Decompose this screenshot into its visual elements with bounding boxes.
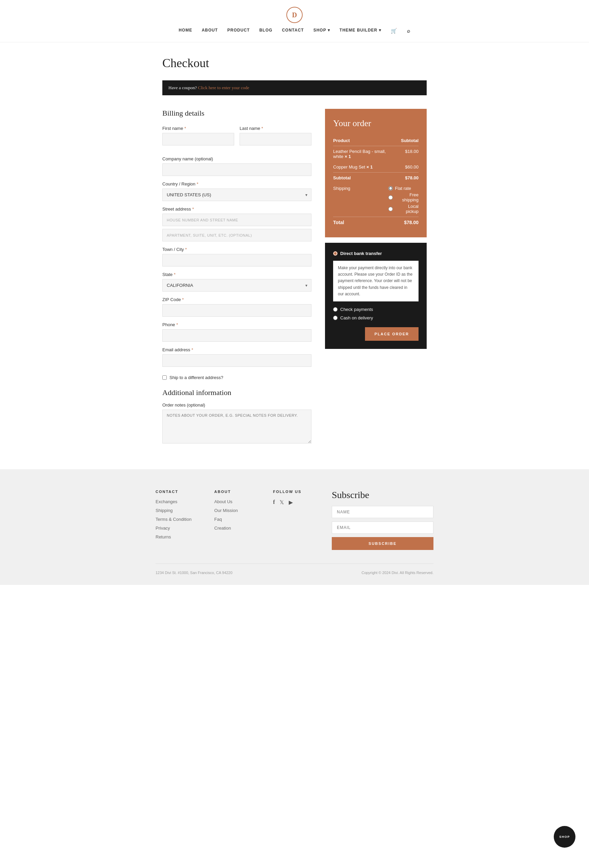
- payment-check-radio[interactable]: [333, 307, 337, 311]
- payment-bank-label: Direct bank transfer: [340, 251, 382, 256]
- social-facebook[interactable]: f: [273, 499, 275, 506]
- shipping-flat-rate-radio[interactable]: [388, 186, 393, 190]
- state-select-wrapper: CALIFORNIA: [162, 279, 311, 292]
- cart-icon[interactable]: 🛒: [391, 28, 398, 34]
- search-icon[interactable]: ⌕: [407, 28, 411, 34]
- footer-social-links: f 𝕏 ▶: [273, 499, 318, 506]
- nav-product[interactable]: PRODUCT: [227, 28, 250, 34]
- billing-column: Billing details First name * Last name *…: [162, 109, 311, 449]
- order-item-1: Leather Pencil Bag - small, white × 1 $1…: [333, 146, 418, 162]
- first-name-input[interactable]: [162, 133, 234, 145]
- ship-different-label[interactable]: Ship to a different address?: [169, 375, 223, 380]
- phone-required: *: [176, 322, 178, 327]
- subscribe-name-input[interactable]: [332, 506, 433, 518]
- country-required: *: [197, 182, 198, 186]
- payment-check-label: Check payments: [340, 307, 373, 312]
- country-select[interactable]: UNITED STATES (US): [162, 189, 311, 201]
- first-name-required: *: [184, 126, 186, 131]
- ship-different-checkbox[interactable]: [162, 375, 167, 380]
- phone-input[interactable]: [162, 329, 311, 342]
- email-group: Email address *: [162, 347, 311, 367]
- shipping-local-radio[interactable]: [388, 207, 393, 211]
- company-label: Company name (optional): [162, 156, 311, 161]
- nav-shop[interactable]: SHOP ▾: [314, 28, 330, 34]
- order-box: Your order Product Subtotal Leather Penc…: [325, 109, 427, 237]
- footer-about-list: About Us Our Mission Faq Creation: [214, 499, 259, 531]
- shipping-flat-rate[interactable]: Flat rate: [388, 186, 418, 191]
- subtotal-value: $78.00: [388, 173, 418, 183]
- order-notes-textarea[interactable]: [162, 410, 311, 443]
- nav-about[interactable]: ABOUT: [202, 28, 218, 34]
- zip-input[interactable]: [162, 304, 311, 317]
- footer-contact-item-terms: Terms & Condition: [156, 517, 201, 522]
- footer-contact-item-returns: Returns: [156, 534, 201, 540]
- coupon-text: Have a coupon?: [168, 85, 197, 90]
- nav-theme-builder[interactable]: THEME BUILDER ▾: [340, 28, 381, 34]
- clearfix: PLACE ORDER: [333, 327, 418, 341]
- footer-about-item-faq: Faq: [214, 517, 259, 522]
- street-required: *: [192, 207, 194, 211]
- city-required: *: [185, 247, 187, 252]
- country-select-wrapper: UNITED STATES (US): [162, 189, 311, 201]
- total-value: $78.00: [388, 217, 418, 228]
- street-input-1[interactable]: [162, 214, 311, 226]
- subtotal-label: Subtotal: [333, 173, 388, 183]
- footer-subscribe-col: Subscribe SUBSCRIBE: [332, 490, 433, 550]
- city-input[interactable]: [162, 254, 311, 267]
- footer-contact-col: CONTACT Exchanges Shipping Terms & Condi…: [156, 490, 201, 550]
- nav-blog[interactable]: BLOG: [259, 28, 272, 34]
- site-logo[interactable]: D: [286, 7, 303, 23]
- shipping-free[interactable]: Free shipping: [388, 192, 418, 202]
- coupon-link[interactable]: Click here to enter your code: [198, 85, 249, 90]
- payment-bank-transfer: Direct bank transfer: [333, 251, 418, 256]
- street-input-2[interactable]: [162, 229, 311, 241]
- subscribe-email-input[interactable]: [332, 521, 433, 534]
- nav-contact[interactable]: CONTACT: [282, 28, 304, 34]
- footer-contact-list: Exchanges Shipping Terms & Condition Pri…: [156, 499, 201, 540]
- footer-contact-item-exchanges: Exchanges: [156, 499, 201, 505]
- footer-follow-title: FOLLOW US: [273, 490, 318, 494]
- social-twitter[interactable]: 𝕏: [280, 499, 284, 506]
- last-name-label: Last name *: [240, 126, 311, 131]
- shipping-free-radio[interactable]: [388, 195, 393, 200]
- shipping-local[interactable]: Local pickup: [388, 204, 418, 214]
- item-1-price: $18.00: [388, 146, 418, 162]
- place-order-button[interactable]: PLACE ORDER: [365, 327, 418, 341]
- social-youtube[interactable]: ▶: [289, 499, 293, 506]
- street-label: Street address *: [162, 207, 311, 211]
- footer-about-item-mission: Our Mission: [214, 508, 259, 513]
- zip-group: ZIP Code *: [162, 297, 311, 317]
- payment-other-methods: Check payments Cash on delivery: [333, 307, 418, 320]
- footer-follow-col: FOLLOW US f 𝕏 ▶: [273, 490, 318, 550]
- col-product: Product: [333, 135, 388, 146]
- footer-subscribe-title: Subscribe: [332, 490, 433, 500]
- last-name-group: Last name *: [240, 126, 311, 145]
- ship-different-group: Ship to a different address?: [162, 375, 311, 380]
- footer-about-col: ABOUT About Us Our Mission Faq Creation: [214, 490, 259, 550]
- order-box-title: Your order: [333, 118, 418, 128]
- site-header: D HOME ABOUT PRODUCT BLOG CONTACT SHOP ▾…: [0, 0, 589, 42]
- country-label: Country / Region *: [162, 182, 311, 186]
- footer-copyright: Copyright © 2024 Divi. All Rights Reserv…: [362, 571, 433, 575]
- col-subtotal: Subtotal: [388, 135, 418, 146]
- payment-bank-radio[interactable]: [333, 251, 337, 255]
- item-1-name: Leather Pencil Bag - small, white × 1: [333, 146, 388, 162]
- email-input[interactable]: [162, 354, 311, 367]
- state-label: State *: [162, 272, 311, 277]
- country-group: Country / Region * UNITED STATES (US): [162, 182, 311, 201]
- company-input[interactable]: [162, 164, 311, 176]
- last-name-input[interactable]: [240, 133, 311, 145]
- state-select[interactable]: CALIFORNIA: [162, 279, 311, 292]
- phone-group: Phone *: [162, 322, 311, 342]
- city-group: Town / City *: [162, 247, 311, 267]
- payment-box: Direct bank transfer Make your payment d…: [325, 243, 427, 349]
- name-row: First name * Last name *: [162, 126, 311, 151]
- state-required: *: [174, 272, 175, 277]
- payment-cod-radio[interactable]: [333, 316, 337, 320]
- footer-columns: CONTACT Exchanges Shipping Terms & Condi…: [156, 490, 433, 550]
- subscribe-button[interactable]: SUBSCRIBE: [332, 537, 433, 550]
- footer-content: CONTACT Exchanges Shipping Terms & Condi…: [156, 490, 433, 575]
- payment-check-item[interactable]: Check payments: [333, 307, 418, 312]
- payment-cod-item[interactable]: Cash on delivery: [333, 315, 418, 320]
- nav-home[interactable]: HOME: [178, 28, 192, 34]
